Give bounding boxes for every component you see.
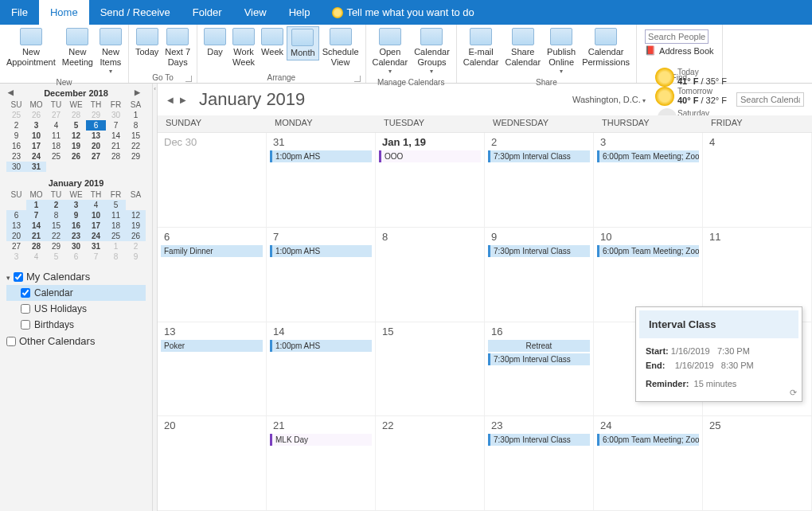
mini-day[interactable]: 12 [126,210,146,220]
next7-button[interactable]: Next 7Days [162,26,193,69]
mini-day[interactable] [66,162,86,172]
mini-day[interactable]: 25 [106,231,126,241]
calendar-event[interactable]: Retreat [488,340,590,352]
mini-day[interactable]: 5 [66,120,86,131]
mini-day[interactable]: 19 [126,220,146,231]
mini-day[interactable]: 24 [86,231,106,241]
mini-cal-title[interactable]: January 2019 [49,178,104,188]
day-cell[interactable]: 246:00pm Team Meeting; Zoom [594,416,703,510]
open-calendar-button[interactable]: OpenCalendar▾ [369,26,412,77]
mini-day[interactable]: 29 [126,151,146,162]
day-cell[interactable]: Dec 30 [158,133,267,227]
mini-day[interactable]: 8 [126,120,146,131]
refresh-icon[interactable]: ⟳ [790,388,797,398]
calendar-event[interactable]: 7:30pm Interval Class [488,434,590,446]
other-calendars-checkbox[interactable] [6,337,16,346]
day-cell[interactable]: 8 [376,228,485,322]
calendar-checkbox[interactable] [21,320,30,330]
mini-day[interactable]: 30 [66,241,86,252]
mini-day[interactable]: 13 [6,220,26,231]
mini-day[interactable]: 12 [66,131,86,141]
day-cell[interactable]: 97:30pm Interval Class [485,228,594,322]
calendar-event[interactable]: Family Dinner [161,245,263,257]
calendar-event[interactable]: 1:00pm AHS [270,245,372,257]
mini-day[interactable]: 26 [26,110,46,120]
day-cell[interactable]: 22 [376,416,485,510]
mini-day[interactable]: 18 [106,220,126,231]
day-cell[interactable]: 237:30pm Interval Class [485,416,594,510]
cal-prev-icon[interactable]: ◀ [166,94,175,106]
day-cell[interactable]: 20 [158,416,267,510]
my-calendars-header[interactable]: My Calendars [6,268,146,285]
mini-day[interactable] [6,200,26,210]
mini-day[interactable] [46,162,66,172]
new-appointment-button[interactable]: NewAppointment [3,26,59,69]
mini-day[interactable]: 9 [126,252,146,262]
day-cell[interactable]: 21MLK Day [267,416,376,510]
mini-day[interactable]: 9 [6,131,26,141]
menu-tab-view[interactable]: View [233,0,278,25]
calendar-event[interactable]: 7:30pm Interval Class [488,245,590,257]
mini-day[interactable] [106,162,126,172]
mini-day[interactable]: 6 [6,210,26,220]
day-cell[interactable]: 36:00pm Team Meeting; Zoom [594,133,703,227]
calendar-event[interactable]: 6:00pm Team Meeting; Zoom [597,150,699,162]
mini-day[interactable]: 15 [46,220,66,231]
calendar-item-calendar[interactable]: Calendar [6,285,146,301]
mini-day[interactable]: 30 [6,162,26,172]
mini-day[interactable]: 17 [26,141,46,151]
calendar-event[interactable]: 6:00pm Team Meeting; Zoom [597,245,699,257]
other-calendars-header[interactable]: Other Calendars [6,333,146,349]
calendar-event[interactable]: OOO [379,150,481,162]
mini-day[interactable]: 7 [86,252,106,262]
today-button[interactable]: Today [132,26,162,59]
mini-day[interactable]: 9 [66,210,86,220]
mini-day[interactable]: 31 [26,162,46,172]
menu-tab-folder[interactable]: Folder [182,0,233,25]
mini-day[interactable]: 19 [66,141,86,151]
mini-day[interactable]: 26 [66,151,86,162]
mini-day[interactable]: 2 [46,200,66,210]
mini-day[interactable]: 8 [106,252,126,262]
email-calendar-button[interactable]: E-mailCalendar [460,26,502,69]
day-cell[interactable]: 4 [703,133,812,227]
mini-day[interactable]: 28 [106,151,126,162]
mini-day[interactable]: 28 [26,241,46,252]
mini-day[interactable] [126,162,146,172]
mini-day[interactable]: 16 [6,141,26,151]
tell-me-input[interactable]: Tell me what you want to do [321,0,485,25]
day-button[interactable]: Day [201,26,229,59]
mini-day[interactable]: 4 [46,120,66,131]
day-cell[interactable]: 13Poker [158,322,267,416]
day-cell[interactable]: 15 [376,322,485,416]
calendar-checkbox[interactable] [21,304,30,314]
address-book-button[interactable]: 📕Address Book [645,45,713,56]
calendar-event[interactable]: 6:00pm Team Meeting; Zoom [597,434,699,446]
mini-day[interactable]: 28 [66,110,86,120]
mini-day[interactable]: 22 [46,231,66,241]
search-people-input[interactable] [645,29,709,44]
mini-day[interactable]: 1 [106,241,126,252]
search-calendar-input[interactable] [736,92,804,107]
day-cell[interactable]: 16Retreat7:30pm Interval Class [485,322,594,416]
calendar-permissions-button[interactable]: CalendarPermissions [579,26,633,69]
menu-tab-home[interactable]: Home [39,0,89,25]
dialog-launcher-icon[interactable] [354,76,361,82]
mini-cal-title[interactable]: December 2018 [44,88,108,98]
mini-day[interactable]: 29 [86,110,106,120]
mini-day[interactable]: 5 [46,252,66,262]
calendar-event[interactable]: 7:30pm Interval Class [488,353,590,365]
mini-day[interactable]: 27 [46,110,66,120]
mini-day[interactable]: 18 [46,141,66,151]
day-cell[interactable]: 141:00pm AHS [267,322,376,416]
mini-day[interactable]: 11 [46,131,66,141]
mini-day[interactable]: 7 [106,120,126,131]
new-meeting-button[interactable]: NewMeeting [59,26,96,69]
mini-day[interactable]: 22 [126,141,146,151]
cal-next-icon[interactable]: ▶ [178,94,188,106]
mini-day[interactable]: 25 [46,151,66,162]
calendar-event[interactable]: 1:00pm AHS [270,340,372,352]
calendar-event[interactable]: MLK Day [270,434,372,446]
mini-day[interactable]: 14 [26,220,46,231]
calendar-item-us-holidays[interactable]: US Holidays [6,301,146,317]
